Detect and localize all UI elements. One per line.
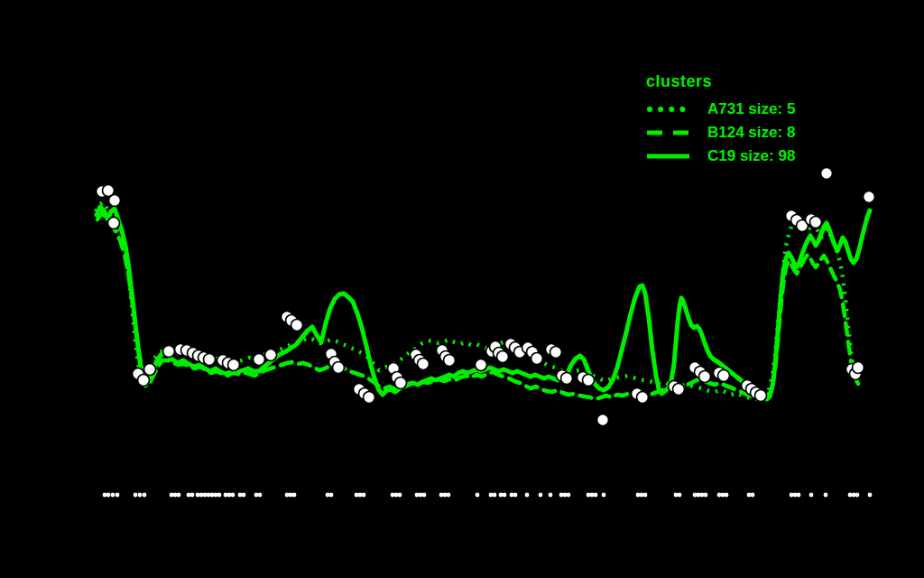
data-point-marker	[497, 351, 509, 363]
rug-dot	[725, 493, 729, 498]
rug-dot	[111, 493, 116, 498]
data-point-marker	[228, 359, 240, 371]
rug-dot	[493, 493, 497, 498]
rug-dot	[476, 493, 480, 498]
dotted-line-key-icon	[646, 105, 689, 114]
data-point-marker	[718, 370, 730, 382]
dashed-line-sample	[646, 128, 689, 137]
data-point-marker	[597, 415, 609, 426]
legend-label-c19: C19 size: 98	[707, 147, 795, 165]
data-point-marker	[144, 364, 156, 376]
rug-dot	[134, 493, 138, 498]
rug-dot	[231, 493, 236, 498]
rug-dot	[751, 493, 755, 498]
rug-dot	[398, 493, 402, 498]
legend-entry-b124: B124 size: 8	[646, 121, 795, 144]
data-point-marker	[637, 392, 649, 404]
data-point-marker	[138, 375, 150, 387]
rug-dot	[539, 493, 543, 498]
rug-dot	[602, 493, 606, 498]
rug-dot	[190, 493, 195, 498]
data-point-marker	[476, 359, 487, 371]
data-point-marker	[673, 384, 685, 396]
data-point-marker	[444, 355, 456, 367]
dashed-line-key-icon	[646, 128, 689, 137]
rug-dot	[329, 493, 334, 498]
data-point-marker	[108, 218, 120, 229]
rug-dot	[809, 493, 814, 498]
rug-dot	[217, 493, 222, 498]
rug-dot	[643, 493, 648, 498]
solid-line-sample	[646, 152, 689, 161]
rug-dot	[594, 493, 598, 498]
rug-dot	[855, 493, 860, 498]
data-point-marker	[755, 390, 767, 402]
legend-entry-a731: A731 size: 5	[646, 98, 795, 121]
data-point-marker	[109, 195, 121, 207]
data-point-marker	[254, 354, 265, 366]
rug-dot	[525, 493, 530, 498]
rug-dot	[362, 493, 366, 498]
legend-label-a731: A731 size: 5	[707, 100, 795, 118]
data-point-marker	[291, 320, 303, 331]
rug-dot	[567, 493, 571, 498]
data-point-marker	[853, 362, 864, 374]
data-point-marker	[864, 191, 875, 203]
data-point-marker	[418, 359, 430, 370]
data-point-marker	[583, 375, 595, 387]
data-point-marker	[821, 168, 833, 180]
solid-line-key-icon	[646, 152, 689, 161]
data-point-marker	[333, 362, 345, 374]
rug-dot	[447, 493, 451, 498]
data-point-marker	[810, 217, 822, 228]
data-point-marker	[699, 371, 711, 383]
rug-dot	[292, 493, 297, 498]
chart-canvas: clusters A731 size: 5 B124 size: 8	[0, 0, 924, 578]
legend-entry-c19: C19 size: 98	[646, 144, 795, 168]
rug-dot	[549, 493, 553, 498]
rug-dot	[143, 493, 147, 498]
rug-dot	[704, 493, 708, 498]
data-point-marker	[531, 353, 543, 365]
rug-dot	[422, 493, 427, 498]
rug-dot	[138, 493, 143, 498]
legend-title: clusters	[646, 72, 795, 91]
rug-dot	[258, 493, 263, 498]
data-point-marker	[395, 378, 407, 389]
data-point-marker	[265, 350, 277, 361]
data-point-marker	[204, 354, 216, 366]
rug-dot	[513, 493, 518, 498]
data-point-marker	[561, 373, 573, 385]
legend: clusters A731 size: 5 B124 size: 8	[646, 72, 795, 168]
data-point-marker	[364, 392, 375, 404]
rug-dot	[797, 493, 801, 498]
rug-dot	[868, 493, 873, 498]
rug-dot	[106, 493, 111, 498]
rug-dot	[116, 493, 120, 498]
data-point-marker	[550, 347, 562, 359]
legend-label-b124: B124 size: 8	[707, 124, 795, 142]
data-point-marker	[163, 346, 175, 358]
rug-dot	[503, 493, 507, 498]
dotted-line-sample	[646, 105, 689, 114]
rug-dot	[678, 493, 682, 498]
rug-dot	[177, 493, 181, 498]
rug-dot	[824, 493, 828, 498]
rug-dot	[242, 493, 246, 498]
